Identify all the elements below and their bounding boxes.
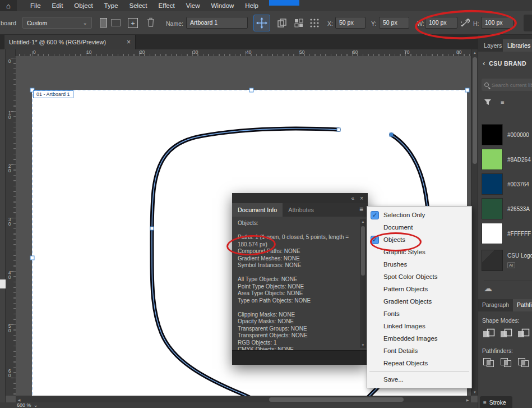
constrain-proportions-toggle[interactable] [461, 19, 470, 27]
ruler-number: 10 [7, 110, 12, 119]
document-info-panel: « × Document Info Attributes ≡ Objects: … [232, 193, 368, 365]
close-icon[interactable]: × [127, 38, 131, 46]
menu-help[interactable]: Help [239, 0, 264, 11]
height-input[interactable]: 100 px [481, 17, 514, 29]
artboard-options-grid-icon[interactable] [294, 18, 304, 28]
move-artwork-with-artboard-button[interactable] [253, 15, 270, 31]
menu-item-label: Pattern Objects [383, 286, 428, 292]
menu-type[interactable]: Type [99, 0, 124, 11]
info-line: Type on Path Objects: NONE [238, 297, 355, 305]
tab-document-info[interactable]: Document Info [232, 203, 283, 217]
back-icon[interactable]: ‹ [483, 59, 485, 67]
scroll-up-icon[interactable]: ▲ [360, 219, 366, 224]
ruler-number: 20 [7, 163, 12, 172]
close-icon[interactable]: × [360, 195, 363, 201]
unite-icon[interactable] [482, 328, 496, 339]
scroll-down-icon[interactable]: ▼ [360, 342, 366, 348]
landscape-orientation-icon[interactable] [111, 19, 121, 26]
menu-file[interactable]: File [25, 0, 47, 11]
horizontal-scroll-thumb[interactable] [269, 397, 404, 402]
menu-effect[interactable]: Effect [153, 0, 181, 11]
horizontal-scrollbar[interactable]: ◀ ▶ [16, 396, 471, 402]
color-swatch[interactable] [482, 173, 503, 195]
panel-scrollbar[interactable]: ▲ ▼ [360, 219, 366, 348]
trim-icon[interactable] [499, 357, 513, 368]
menu-item-brushes[interactable]: Brushes [367, 258, 471, 271]
zoom-control[interactable]: 600 % ⌄ [17, 402, 38, 408]
menu-item-selection-only[interactable]: ✓ Selection Only [367, 209, 471, 221]
duplicate-pages-icon[interactable] [277, 18, 287, 28]
swatch-item[interactable]: #000000 [482, 122, 532, 147]
info-line: Symbol Instances: NONE [238, 262, 355, 269]
document-info-flyout-menu: ✓ Selection Only Document ✓ Objects Grap… [367, 206, 472, 388]
swatch-item[interactable]: #FFFFFF [482, 221, 532, 246]
menu-window[interactable]: Window [205, 0, 239, 11]
grid-icon [294, 18, 304, 28]
check-icon [371, 347, 379, 355]
panel-scroll-thumb[interactable] [361, 226, 365, 276]
funnel-icon[interactable] [484, 99, 492, 106]
color-swatch[interactable] [482, 149, 503, 170]
search-input[interactable] [492, 82, 532, 88]
menu-item-graphic-styles[interactable]: Graphic Styles [367, 246, 471, 258]
menu-item-objects[interactable]: ✓ Objects [367, 233, 471, 246]
document-tab[interactable]: Untitled-1* @ 600 % (RGB/Preview) × [4, 35, 136, 49]
merge-icon[interactable] [517, 357, 530, 368]
library-search[interactable] [482, 79, 532, 91]
stroke-panel-button[interactable]: ≡ Stroke [480, 396, 512, 408]
info-line: Objects: [238, 220, 355, 227]
panel-overflow-button[interactable] [524, 15, 532, 31]
ruler-corner [6, 49, 16, 56]
menu-item-font-details[interactable]: Font Details [367, 345, 471, 357]
tab-paragraph[interactable]: Paragraph [478, 299, 513, 311]
menu-item-fonts[interactable]: Fonts [367, 308, 471, 320]
menu-item-pattern-objects[interactable]: Pattern Objects [367, 283, 471, 295]
color-swatch[interactable] [482, 198, 503, 219]
color-swatch[interactable] [482, 124, 503, 145]
tab-libraries[interactable]: Libraries [503, 39, 532, 52]
width-input[interactable]: 100 px [425, 17, 457, 29]
minus-front-icon[interactable] [499, 328, 513, 339]
tab-attributes[interactable]: Attributes [283, 203, 320, 217]
vertical-scroll-thumb[interactable] [473, 57, 477, 164]
swatch-item[interactable]: #8AD264 [482, 147, 532, 172]
info-line: Point Type Objects: NONE [238, 283, 355, 291]
panel-menu-icon[interactable]: ≡ [359, 205, 363, 213]
tab-pathfinder[interactable]: Pathfinder [513, 299, 532, 311]
divide-icon[interactable] [482, 357, 496, 368]
menu-item-save[interactable]: Save... [367, 373, 471, 386]
menu-item-embedded-images[interactable]: Embedded Images [367, 332, 471, 345]
x-input[interactable]: 50 px [335, 17, 366, 29]
menu-object[interactable]: Object [68, 0, 98, 11]
delete-artboard-button[interactable] [147, 17, 155, 27]
menu-item-document[interactable]: Document [367, 221, 471, 233]
asset-thumbnail[interactable] [482, 250, 503, 271]
library-asset[interactable]: CSU Logo AI [482, 247, 532, 274]
info-line: Opacity Masks: NONE [238, 318, 355, 326]
artboard-name-tag[interactable]: 01 - Artboard 1 [33, 90, 73, 98]
swatch-item[interactable]: #003764 [482, 172, 532, 196]
menu-item-spot-color-objects[interactable]: Spot Color Objects [367, 271, 471, 283]
menu-item-linked-images[interactable]: Linked Images [367, 320, 471, 332]
swatch-item[interactable]: #26533A [482, 196, 532, 221]
document-info-content: Objects: Paths: 1 (1 open, 0 closed, 5 p… [232, 217, 368, 350]
new-artboard-button[interactable]: + [128, 18, 138, 28]
collapse-icon[interactable]: « [351, 195, 355, 201]
color-swatch[interactable] [482, 223, 503, 244]
y-input[interactable]: 50 px [379, 17, 409, 29]
sort-icon[interactable]: ≡ [501, 99, 504, 106]
artboard-name-input[interactable]: Artboard 1 [186, 17, 248, 29]
menu-edit[interactable]: Edit [47, 0, 69, 11]
document-tab-bar: Untitled-1* @ 600 % (RGB/Preview) × [0, 35, 478, 49]
menu-select[interactable]: Select [124, 0, 153, 11]
home-button[interactable]: ⌂ [0, 0, 17, 11]
portrait-orientation-icon[interactable] [100, 18, 107, 27]
intersect-icon[interactable] [517, 328, 530, 339]
menu-item-label: Objects [383, 236, 405, 243]
menu-item-gradient-objects[interactable]: Gradient Objects [367, 295, 471, 308]
artboard-preset-select[interactable]: Custom ⌄ [22, 17, 92, 29]
reference-point-locator[interactable] [309, 18, 320, 28]
menu-item-repeat-objects[interactable]: Repeat Objects [367, 357, 471, 369]
info-line [238, 227, 355, 235]
menu-view[interactable]: View [181, 0, 206, 11]
